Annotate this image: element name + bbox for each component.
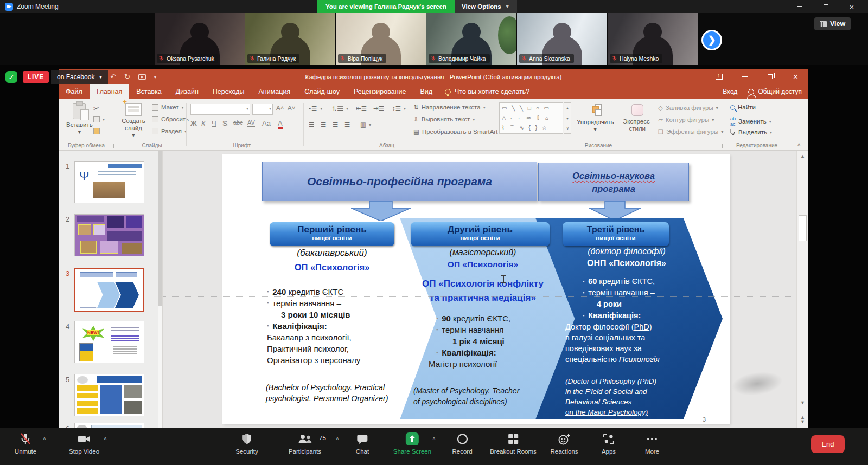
slide-thumbnail-1[interactable]: Ψ xyxy=(74,161,144,203)
shapes-gallery-scroll[interactable]: ▲▼⊻ xyxy=(564,102,571,134)
tab-design[interactable]: Дизайн xyxy=(169,84,206,99)
shape-effects-button[interactable]: ❑Эффекты фигуры▾ xyxy=(658,128,723,135)
tab-file[interactable]: Файл xyxy=(59,84,90,99)
format-painter-button[interactable] xyxy=(93,128,100,134)
text-shadow-button[interactable]: S xyxy=(222,119,227,127)
qat-dropdown-icon[interactable]: ▾ xyxy=(154,74,157,80)
underline-button[interactable]: Ч xyxy=(212,119,216,127)
end-meeting-button[interactable]: End xyxy=(811,435,845,453)
numbering-button[interactable]: ⒈☰▾ xyxy=(331,105,348,113)
ppt-close-button[interactable]: × xyxy=(783,69,808,84)
decrease-indent-button[interactable]: ⇤☰ xyxy=(356,105,367,112)
reset-button[interactable]: Сбросить xyxy=(152,116,189,122)
minimize-button[interactable] xyxy=(787,0,813,13)
bold-button[interactable]: Ж xyxy=(190,119,197,127)
justify-button[interactable]: ☰ xyxy=(344,121,350,128)
participant-tile[interactable]: Галина Радчук xyxy=(245,13,335,65)
slide-thumbnail-3-selected[interactable] xyxy=(74,268,144,312)
replace-button[interactable]: abacЗаменить▾ xyxy=(730,116,771,127)
scroll-up-icon[interactable]: ▲ xyxy=(797,153,808,159)
tab-view[interactable]: Вид xyxy=(413,84,439,99)
header-box-professional[interactable]: Освітньо-професійна програма xyxy=(262,162,537,201)
close-button[interactable]: × xyxy=(839,0,865,13)
more-button[interactable]: More xyxy=(645,432,659,455)
maximize-button[interactable] xyxy=(813,0,839,13)
stop-video-button[interactable]: Stop Video xyxy=(69,432,99,455)
record-button[interactable]: Record xyxy=(452,432,472,455)
share-screen-button[interactable]: Share Screen xyxy=(393,432,431,455)
slide-thumbnail-2[interactable] xyxy=(74,214,144,256)
copy-button[interactable]: ▾ xyxy=(93,116,105,122)
live-target-chip[interactable]: on Facebook▼ xyxy=(51,70,108,84)
font-size-combobox[interactable] xyxy=(252,104,273,115)
increase-indent-button[interactable]: ⇥☰ xyxy=(373,105,384,112)
font-name-combobox[interactable] xyxy=(190,104,250,115)
participants-options-caret[interactable]: ˄ xyxy=(336,436,339,442)
italic-button[interactable]: К xyxy=(201,119,206,127)
smartart-button[interactable]: ▤Преобразовать в SmartArt▾ xyxy=(413,128,502,135)
tab-slideshow[interactable]: Слайд-шоу xyxy=(297,84,347,99)
chat-button[interactable]: Chat xyxy=(356,432,369,455)
shrink-font-button[interactable]: А˅ xyxy=(288,105,295,111)
participant-tile[interactable]: Halyna Meshko xyxy=(608,13,698,65)
layout-button[interactable]: Макет▾ xyxy=(152,104,184,111)
participants-button[interactable]: Participants xyxy=(289,432,321,455)
align-right-button[interactable]: ☰ xyxy=(333,121,338,128)
find-button[interactable]: Найти xyxy=(730,104,756,111)
participant-tile[interactable]: Віра Поліщук xyxy=(336,13,426,65)
align-left-button[interactable]: ☰ xyxy=(309,121,315,128)
quick-styles-button[interactable]: Экспресс- стили xyxy=(623,104,652,132)
scroll-thumb[interactable] xyxy=(799,215,807,241)
tell-me-box[interactable]: Что вы хотите сделать? xyxy=(439,84,535,99)
slide-thumbnail-6[interactable] xyxy=(74,423,144,428)
section-button[interactable]: Раздел▾ xyxy=(152,128,187,134)
slideshow-icon[interactable] xyxy=(138,74,146,80)
apps-button[interactable]: Apps xyxy=(602,432,616,455)
change-case-button[interactable]: Aa xyxy=(262,119,271,127)
view-options-button[interactable]: View Options▼ xyxy=(455,0,517,13)
ppt-minimize-button[interactable] xyxy=(732,69,757,84)
paste-button[interactable]: Вставить ▾ xyxy=(66,103,93,135)
tab-animations[interactable]: Анимация xyxy=(251,84,297,99)
ppt-restore-button[interactable] xyxy=(757,69,783,84)
reactions-button[interactable]: Reactions xyxy=(550,432,578,455)
collapse-ribbon-icon[interactable]: ˄ xyxy=(797,141,801,148)
select-button[interactable]: Выделить▾ xyxy=(730,129,772,135)
gallery-view-button[interactable]: View xyxy=(814,17,851,30)
shapes-gallery[interactable]: ▭ ╲ ╲ □ ○ ▭ △ ⌐ ⌐ ⇨ ⇩ ⌂ ⌇ ⌒ ∿ { } ☆ xyxy=(499,102,563,134)
font-color-button[interactable]: А xyxy=(278,119,283,129)
thumbnail-scrollbar[interactable] xyxy=(158,151,162,428)
next-participants-button[interactable]: ❯ xyxy=(701,30,722,50)
mic-options-caret[interactable]: ˄ xyxy=(43,436,46,442)
sign-in-button[interactable]: Вход xyxy=(723,88,737,95)
tab-review[interactable]: Рецензирование xyxy=(347,84,413,99)
ribbon-display-options-button[interactable] xyxy=(706,69,732,84)
align-center-button[interactable]: ☰ xyxy=(321,121,326,128)
tab-home[interactable]: Главная xyxy=(90,84,130,99)
video-options-caret[interactable]: ˄ xyxy=(104,436,107,442)
dialog-launcher-icon[interactable] xyxy=(718,144,723,148)
align-text-button[interactable]: ⇳Выровнять текст▾ xyxy=(413,115,475,123)
share-button[interactable]: Общий доступ xyxy=(748,88,802,95)
bullets-button[interactable]: •☰▾ xyxy=(309,105,323,112)
participant-tile[interactable]: Володимир Чайка xyxy=(426,13,516,65)
share-options-caret[interactable]: ˄ xyxy=(432,436,436,442)
new-slide-button[interactable]: Создать слайд ▾ xyxy=(119,103,148,139)
grow-font-button[interactable]: А˄ xyxy=(276,105,284,111)
character-spacing-button[interactable]: AV xyxy=(247,119,255,127)
shape-outline-button[interactable]: ▱Контур фигуры▾ xyxy=(658,116,714,124)
unmute-button[interactable]: Unmute xyxy=(15,432,36,455)
header-box-scientific[interactable]: Освітньо-науковапрограма xyxy=(538,163,689,201)
security-button[interactable]: Security xyxy=(235,432,258,455)
dialog-launcher-icon[interactable] xyxy=(109,144,114,148)
line-spacing-button[interactable]: ↕☰▾ xyxy=(392,105,406,112)
undo-icon[interactable]: ↶ xyxy=(110,73,116,81)
slide-thumbnail-5[interactable] xyxy=(74,374,144,416)
participant-tile[interactable]: Oksana Pysarchuk xyxy=(155,13,245,65)
participant-tile[interactable]: Anna Slozanska xyxy=(517,13,607,65)
strikethrough-button[interactable]: abc xyxy=(233,119,243,126)
canvas-scrollbar[interactable]: ▲ ▼ ▲▼ xyxy=(796,151,808,428)
breakout-rooms-button[interactable]: Breakout Rooms xyxy=(490,432,537,455)
arrange-button[interactable]: Упорядочить ▾ xyxy=(577,104,614,133)
tab-insert[interactable]: Вставка xyxy=(129,84,168,99)
